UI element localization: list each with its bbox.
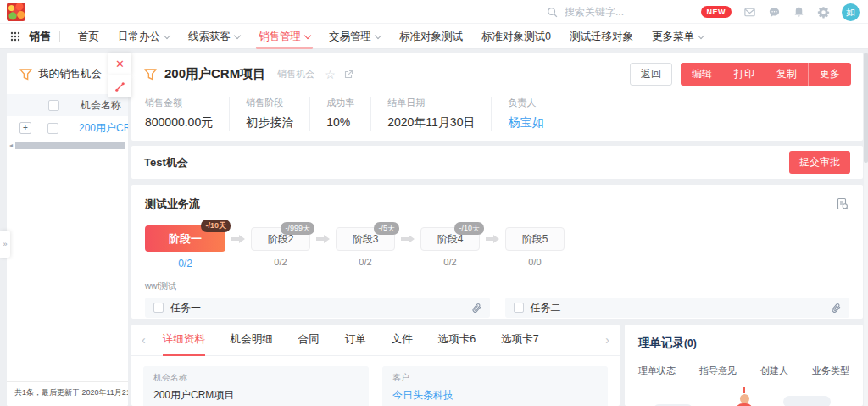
expand-row-button[interactable]: + (19, 122, 31, 134)
new-badge: NEW (701, 6, 732, 18)
tab-option7[interactable]: 选项卡7 (501, 325, 538, 356)
funnel-icon (144, 69, 157, 81)
nav-item-trade-management[interactable]: 交易管理 (329, 24, 381, 49)
field-value: 2020年11月30日 (387, 115, 475, 131)
content-area: 我的销售机会 机会名称 + 200用户CRM ◂ 共1条，最后更新于 2020年… (0, 49, 868, 406)
nav-item-more-menu[interactable]: 更多菜单 (652, 24, 704, 49)
owner-link[interactable]: 杨宝如 (508, 115, 543, 131)
close-icon: ✕ (115, 58, 125, 70)
resize-panel-button[interactable] (108, 75, 131, 97)
scroll-left-icon[interactable]: ◂ (7, 142, 15, 149)
nav-item-migration-test-object[interactable]: 测试迁移对象 (570, 24, 633, 49)
main-nav: 销售 首页 日常办公 线索获客 销售管理 交易管理 标准对象测试 标准对象测试0… (0, 24, 868, 49)
open-external-icon[interactable] (343, 70, 353, 80)
stage-deadline-badge: -/5天 (374, 222, 399, 235)
search-icon (547, 7, 558, 18)
stage-deadline-badge: -/10天 (454, 222, 484, 235)
field-close-date: 结单日期 2020年11月30日 (387, 97, 492, 131)
nav-item-label: 标准对象测试0 (481, 31, 551, 42)
task-label: 任务二 (531, 301, 561, 315)
tabs-scroll-right-icon[interactable]: › (605, 334, 609, 346)
funnel-icon (19, 69, 32, 81)
field-label: 成功率 (326, 97, 354, 109)
nav-item-label: 标准对象测试 (399, 31, 463, 42)
stage-task-count: 0/2 (443, 257, 456, 267)
crm-app: NEW 如 销售 首页 日常办公 线索获客 销售管理 交易管理 标准对象测试 标… (0, 0, 868, 406)
task-checkbox[interactable] (153, 303, 164, 313)
list-view-title: 我的销售机会 (38, 67, 102, 81)
nav-item-home[interactable]: 首页 (78, 24, 99, 49)
horizontal-scrollbar[interactable]: ◂ (7, 142, 128, 149)
chevron-down-icon (164, 31, 170, 38)
stage-box[interactable]: 阶段5 (505, 227, 565, 251)
nav-divider (59, 31, 60, 42)
tab-option6[interactable]: 选项卡6 (438, 325, 476, 356)
flow-log-icon[interactable] (836, 197, 849, 211)
vertical-scrollbar[interactable] (864, 53, 868, 406)
opportunity-link[interactable]: 200用户CRM (79, 121, 128, 136)
stage-task-count: 0/2 (274, 257, 287, 267)
nav-item-label: 首页 (78, 31, 99, 42)
print-button[interactable]: 打印 (723, 63, 765, 86)
column-status: 理单状态 (638, 364, 676, 377)
app-logo[interactable] (7, 3, 25, 21)
edit-button[interactable]: 编辑 (681, 63, 723, 86)
task-row: 任务一 任务二 (145, 298, 849, 318)
detail-fields-row: 机会名称 200用户CRM项目 客户 今日头条科技 (131, 356, 620, 406)
nav-item-lead-acquisition[interactable]: 线索获客 (188, 24, 240, 49)
tabs: 详细资料 机会明细 合同 订单 文件 选项卡6 选项卡7 (163, 325, 539, 356)
submit-approval-button[interactable]: 提交审批 (789, 151, 850, 174)
stage-1: 阶段一 -/10天 0/2 (145, 225, 225, 270)
row-checkbox[interactable] (47, 123, 58, 134)
tab-order[interactable]: 订单 (345, 325, 366, 356)
sidebar-expand-handle[interactable]: » (0, 231, 10, 258)
stage-box[interactable]: 阶段4 -/10天 (420, 227, 480, 251)
close-panel-button[interactable]: ✕ (108, 53, 131, 75)
key-fields-row: 销售金额 800000.00元 销售阶段 初步接洽 成功率 10% 结单日期 2… (131, 86, 863, 131)
select-all-checkbox[interactable] (48, 100, 59, 111)
stage-box[interactable]: 阶段一 -/10天 (145, 225, 225, 252)
stage-task-count: 0/0 (528, 257, 541, 267)
nav-item-standard-object-test[interactable]: 标准对象测试 (399, 24, 463, 49)
task-checkbox[interactable] (514, 303, 524, 313)
arrow-right-icon (316, 235, 330, 243)
column-creator: 创建人 (760, 364, 788, 377)
search-input[interactable] (563, 5, 690, 19)
stage-box[interactable]: 阶段2 -/999天 (251, 227, 310, 251)
paperclip-icon[interactable] (829, 300, 843, 314)
field-label: 客户 (392, 372, 598, 384)
nav-item-daily-office[interactable]: 日常办公 (118, 24, 170, 49)
nav-item-standard-object-test0[interactable]: 标准对象测试0 (481, 24, 551, 49)
back-button[interactable]: 返回 (630, 63, 672, 86)
tab-opportunity-lines[interactable]: 机会明细 (231, 325, 273, 356)
records-title-row: 理单记录 (0) (638, 336, 849, 351)
chat-icon[interactable] (768, 6, 781, 19)
stage-task-count[interactable]: 0/2 (178, 258, 192, 270)
app-grid-icon[interactable] (10, 31, 20, 42)
more-button[interactable]: 更多 (808, 63, 851, 86)
topbar-actions: NEW 如 (701, 0, 860, 24)
task-item-2[interactable]: 任务二 (505, 298, 850, 318)
task-item-1[interactable]: 任务一 (145, 298, 490, 318)
table-row: + 200用户CRM (7, 116, 128, 140)
tabs-scroll-left-icon[interactable]: ‹ (142, 334, 146, 346)
bell-icon[interactable] (793, 6, 805, 19)
stage-box[interactable]: 阶段3 -/5天 (336, 227, 395, 251)
column-business-type: 业务类型 (812, 364, 849, 377)
mail-icon[interactable] (743, 6, 756, 19)
field-value: 200用户CRM项目 (153, 388, 359, 403)
user-avatar[interactable]: 如 (842, 3, 860, 21)
detail-tabs-card: ‹ 详细资料 机会明细 合同 订单 文件 选项卡6 选项卡7 › 机会名称 20… (131, 325, 620, 406)
gear-icon[interactable] (817, 6, 830, 19)
tab-files[interactable]: 文件 (392, 325, 413, 356)
tab-contract[interactable]: 合同 (298, 325, 320, 356)
scrollbar-thumb[interactable] (15, 142, 125, 149)
customer-link[interactable]: 今日头条科技 (392, 388, 598, 403)
scrollbar-thumb[interactable] (864, 53, 868, 163)
tab-detail-info[interactable]: 详细资料 (163, 325, 205, 356)
paperclip-icon[interactable] (470, 300, 484, 314)
field-label: 机会名称 (153, 372, 359, 384)
favorite-star-icon[interactable]: ☆ (325, 69, 336, 81)
copy-button[interactable]: 复制 (765, 63, 808, 86)
nav-item-sales-management[interactable]: 销售管理 (259, 24, 310, 49)
